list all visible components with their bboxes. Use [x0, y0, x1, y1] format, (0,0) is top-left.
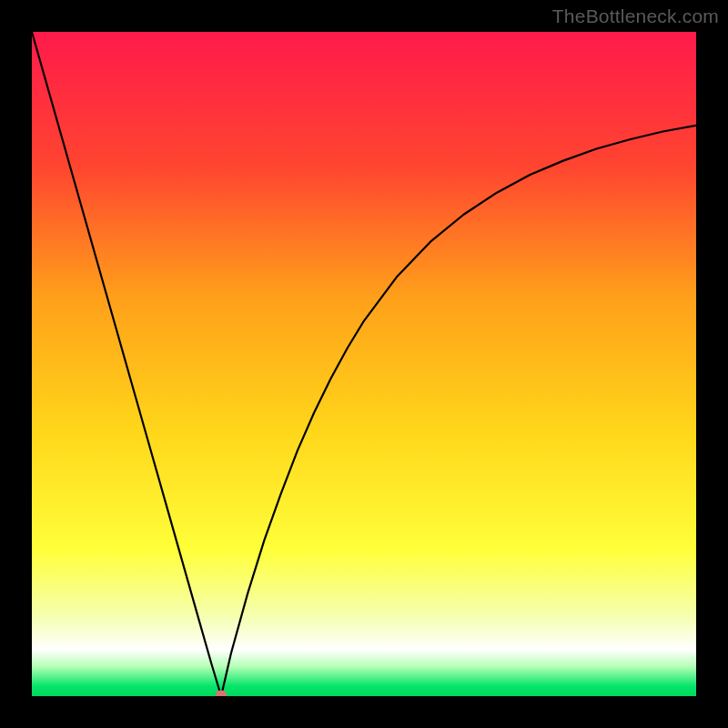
chart-frame: TheBottleneck.com [0, 0, 728, 728]
plot-area [32, 32, 696, 696]
watermark-text: TheBottleneck.com [552, 5, 719, 27]
curve-layer [32, 32, 696, 696]
